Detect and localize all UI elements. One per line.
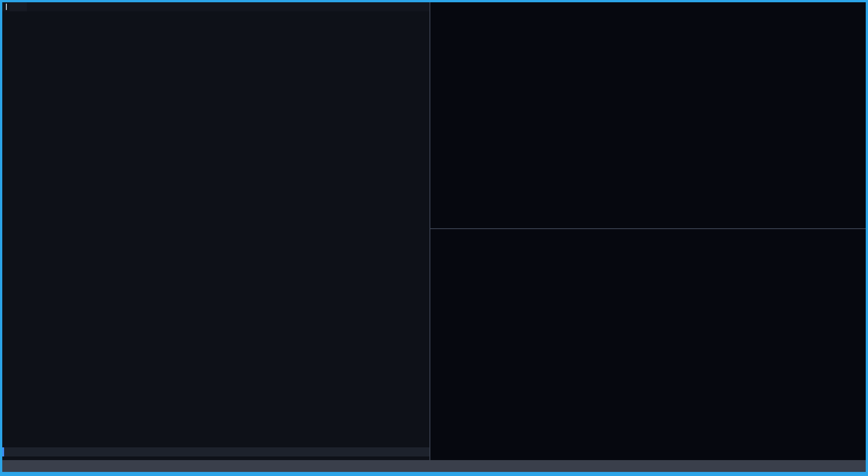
editor-pane[interactable] [2,2,429,460]
editor-cmdline [2,456,429,460]
function-key-bar [430,219,866,227]
editor-tabline [2,2,429,11]
statusline-cap-left [2,447,4,456]
main-area [2,2,866,460]
terminal-pane[interactable] [430,229,866,460]
tabline-caret [6,4,7,10]
editor-statusline [2,447,429,456]
memory-meter [434,6,866,13]
right-column [430,2,866,460]
code-area[interactable] [2,11,429,447]
tmux-session-window [0,0,868,476]
tmux-status-bar [2,460,866,472]
buffer-tab[interactable] [10,2,27,11]
system-monitor-pane[interactable] [430,2,866,228]
